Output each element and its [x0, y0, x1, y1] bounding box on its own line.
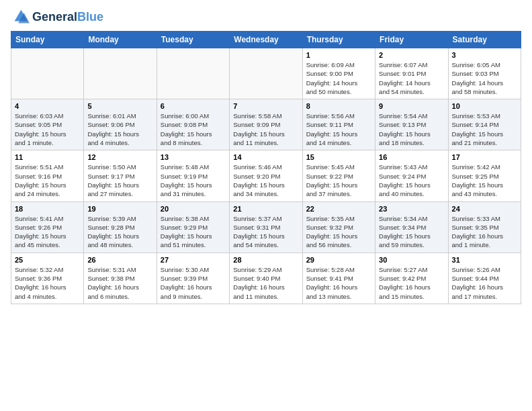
calendar-week-row: 25Sunrise: 5:32 AMSunset: 9:36 PMDayligh…: [11, 253, 521, 304]
calendar-day-cell: 13Sunrise: 5:48 AMSunset: 9:19 PMDayligh…: [157, 150, 229, 201]
day-number: 22: [306, 205, 371, 213]
day-info: Sunrise: 6:01 AMSunset: 9:06 PMDaylight:…: [87, 111, 152, 147]
calendar-day-cell: 4Sunrise: 6:03 AMSunset: 9:05 PMDaylight…: [11, 99, 84, 150]
calendar-day-cell: 1Sunrise: 6:09 AMSunset: 9:00 PMDaylight…: [302, 48, 375, 99]
day-number: 4: [15, 102, 80, 110]
weekday-header-monday: Monday: [84, 32, 157, 48]
day-number: 30: [379, 256, 444, 264]
day-info: Sunrise: 5:51 AMSunset: 9:16 PMDaylight:…: [15, 163, 80, 198]
calendar-day-cell: 22Sunrise: 5:35 AMSunset: 9:32 PMDayligh…: [302, 201, 375, 253]
page: GeneralBlue SundayMondayTuesdayWednesday…: [0, 0, 532, 411]
weekday-header-tuesday: Tuesday: [157, 32, 229, 48]
day-info: Sunrise: 5:31 AMSunset: 9:38 PMDaylight:…: [87, 265, 152, 301]
calendar-day-cell: 15Sunrise: 5:45 AMSunset: 9:22 PMDayligh…: [302, 150, 375, 201]
day-info: Sunrise: 5:45 AMSunset: 9:22 PMDaylight:…: [306, 163, 371, 198]
calendar-day-cell: 19Sunrise: 5:39 AMSunset: 9:28 PMDayligh…: [84, 201, 157, 253]
day-number: 13: [161, 153, 226, 161]
calendar-day-cell: 27Sunrise: 5:30 AMSunset: 9:39 PMDayligh…: [157, 253, 229, 304]
day-info: Sunrise: 5:33 AMSunset: 9:35 PMDaylight:…: [452, 214, 517, 250]
day-number: 8: [306, 102, 371, 110]
calendar-day-cell: 9Sunrise: 5:54 AMSunset: 9:13 PMDaylight…: [375, 99, 448, 150]
day-number: 24: [452, 205, 517, 213]
day-number: 5: [87, 102, 152, 110]
day-number: 18: [15, 205, 80, 213]
day-number: 6: [161, 102, 226, 110]
header: GeneralBlue: [11, 8, 521, 27]
calendar-day-cell: 24Sunrise: 5:33 AMSunset: 9:35 PMDayligh…: [448, 201, 521, 253]
calendar-day-cell: [230, 48, 302, 99]
logo: GeneralBlue: [11, 8, 103, 27]
day-number: 31: [452, 256, 517, 264]
day-info: Sunrise: 5:37 AMSunset: 9:31 PMDaylight:…: [233, 214, 298, 250]
calendar-day-cell: 28Sunrise: 5:29 AMSunset: 9:40 PMDayligh…: [230, 253, 302, 304]
day-number: 20: [161, 205, 226, 213]
calendar-day-cell: 30Sunrise: 5:27 AMSunset: 9:42 PMDayligh…: [375, 253, 448, 304]
calendar-week-row: 18Sunrise: 5:41 AMSunset: 9:26 PMDayligh…: [11, 201, 521, 253]
calendar-day-cell: 14Sunrise: 5:46 AMSunset: 9:20 PMDayligh…: [230, 150, 302, 201]
day-number: 1: [306, 51, 371, 59]
calendar-day-cell: 18Sunrise: 5:41 AMSunset: 9:26 PMDayligh…: [11, 201, 84, 253]
calendar-table: SundayMondayTuesdayWednesdayThursdayFrid…: [11, 31, 521, 304]
day-info: Sunrise: 5:50 AMSunset: 9:17 PMDaylight:…: [87, 163, 152, 198]
day-info: Sunrise: 5:46 AMSunset: 9:20 PMDaylight:…: [233, 163, 298, 198]
day-info: Sunrise: 5:58 AMSunset: 9:09 PMDaylight:…: [233, 111, 298, 147]
calendar-day-cell: 6Sunrise: 6:00 AMSunset: 9:08 PMDaylight…: [157, 99, 229, 150]
day-info: Sunrise: 5:28 AMSunset: 9:41 PMDaylight:…: [306, 265, 371, 301]
day-number: 27: [161, 256, 226, 264]
weekday-header-thursday: Thursday: [302, 32, 375, 48]
day-number: 16: [379, 153, 444, 161]
weekday-header-row: SundayMondayTuesdayWednesdayThursdayFrid…: [11, 32, 521, 48]
day-number: 21: [233, 205, 298, 213]
calendar-day-cell: 8Sunrise: 5:56 AMSunset: 9:11 PMDaylight…: [302, 99, 375, 150]
day-number: 28: [233, 256, 298, 264]
day-info: Sunrise: 5:53 AMSunset: 9:14 PMDaylight:…: [452, 111, 517, 147]
day-info: Sunrise: 5:27 AMSunset: 9:42 PMDaylight:…: [379, 265, 444, 301]
calendar-day-cell: 20Sunrise: 5:38 AMSunset: 9:29 PMDayligh…: [157, 201, 229, 253]
logo-text: GeneralBlue: [32, 11, 103, 24]
calendar-day-cell: [11, 48, 84, 99]
day-info: Sunrise: 5:42 AMSunset: 9:25 PMDaylight:…: [452, 163, 517, 198]
weekday-header-saturday: Saturday: [448, 32, 521, 48]
day-info: Sunrise: 6:07 AMSunset: 9:01 PMDaylight:…: [379, 60, 444, 96]
calendar-week-row: 11Sunrise: 5:51 AMSunset: 9:16 PMDayligh…: [11, 150, 521, 201]
weekday-header-friday: Friday: [375, 32, 448, 48]
day-info: Sunrise: 5:29 AMSunset: 9:40 PMDaylight:…: [233, 265, 298, 301]
day-number: 3: [452, 51, 517, 59]
day-info: Sunrise: 5:35 AMSunset: 9:32 PMDaylight:…: [306, 214, 371, 250]
day-number: 14: [233, 153, 298, 161]
calendar-day-cell: 12Sunrise: 5:50 AMSunset: 9:17 PMDayligh…: [84, 150, 157, 201]
calendar-day-cell: 31Sunrise: 5:26 AMSunset: 9:44 PMDayligh…: [448, 253, 521, 304]
calendar-day-cell: [84, 48, 157, 99]
day-info: Sunrise: 5:32 AMSunset: 9:36 PMDaylight:…: [15, 265, 80, 301]
day-number: 2: [379, 51, 444, 59]
calendar-day-cell: 25Sunrise: 5:32 AMSunset: 9:36 PMDayligh…: [11, 253, 84, 304]
day-number: 25: [15, 256, 80, 264]
day-info: Sunrise: 6:00 AMSunset: 9:08 PMDaylight:…: [161, 111, 226, 147]
calendar-week-row: 1Sunrise: 6:09 AMSunset: 9:00 PMDaylight…: [11, 48, 521, 99]
calendar-day-cell: 7Sunrise: 5:58 AMSunset: 9:09 PMDaylight…: [230, 99, 302, 150]
calendar-day-cell: 3Sunrise: 6:05 AMSunset: 9:03 PMDaylight…: [448, 48, 521, 99]
calendar-day-cell: 23Sunrise: 5:34 AMSunset: 9:34 PMDayligh…: [375, 201, 448, 253]
day-number: 15: [306, 153, 371, 161]
day-info: Sunrise: 5:38 AMSunset: 9:29 PMDaylight:…: [161, 214, 226, 250]
calendar-day-cell: 21Sunrise: 5:37 AMSunset: 9:31 PMDayligh…: [230, 201, 302, 253]
day-info: Sunrise: 5:56 AMSunset: 9:11 PMDaylight:…: [306, 111, 371, 147]
day-info: Sunrise: 5:41 AMSunset: 9:26 PMDaylight:…: [15, 214, 80, 250]
day-number: 19: [87, 205, 152, 213]
day-number: 29: [306, 256, 371, 264]
calendar-day-cell: 11Sunrise: 5:51 AMSunset: 9:16 PMDayligh…: [11, 150, 84, 201]
calendar-day-cell: 5Sunrise: 6:01 AMSunset: 9:06 PMDaylight…: [84, 99, 157, 150]
day-info: Sunrise: 5:43 AMSunset: 9:24 PMDaylight:…: [379, 163, 444, 198]
calendar-day-cell: 29Sunrise: 5:28 AMSunset: 9:41 PMDayligh…: [302, 253, 375, 304]
day-number: 23: [379, 205, 444, 213]
day-number: 10: [452, 102, 517, 110]
day-info: Sunrise: 5:26 AMSunset: 9:44 PMDaylight:…: [452, 265, 517, 301]
calendar-day-cell: 17Sunrise: 5:42 AMSunset: 9:25 PMDayligh…: [448, 150, 521, 201]
calendar-day-cell: 26Sunrise: 5:31 AMSunset: 9:38 PMDayligh…: [84, 253, 157, 304]
day-info: Sunrise: 5:39 AMSunset: 9:28 PMDaylight:…: [87, 214, 152, 250]
day-info: Sunrise: 5:54 AMSunset: 9:13 PMDaylight:…: [379, 111, 444, 147]
day-number: 11: [15, 153, 80, 161]
calendar-day-cell: 2Sunrise: 6:07 AMSunset: 9:01 PMDaylight…: [375, 48, 448, 99]
calendar-day-cell: 16Sunrise: 5:43 AMSunset: 9:24 PMDayligh…: [375, 150, 448, 201]
day-info: Sunrise: 6:09 AMSunset: 9:00 PMDaylight:…: [306, 60, 371, 96]
